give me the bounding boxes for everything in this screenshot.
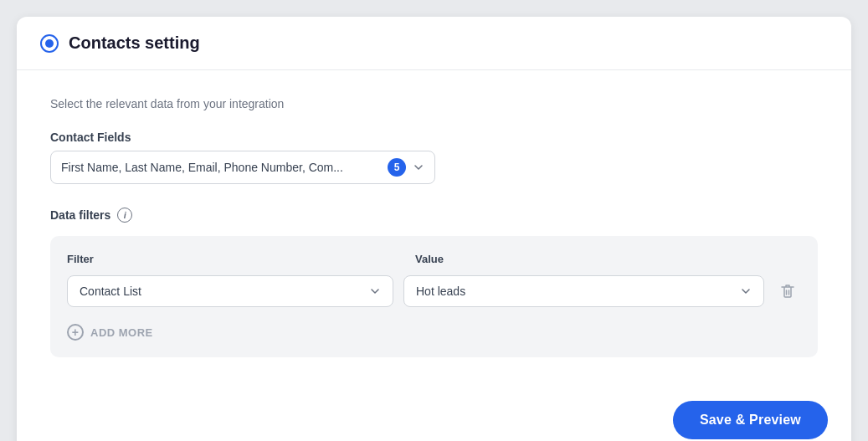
contact-fields-dropdown[interactable]: First Name, Last Name, Email, Phone Numb… (50, 151, 435, 184)
filter-col-header: Filter (67, 253, 402, 265)
section-subtitle: Select the relevant data from your integ… (50, 97, 818, 110)
data-filters-label: Data filters (50, 208, 110, 222)
add-more-circle-icon: + (67, 324, 84, 341)
filter-select-value: Contact List (80, 285, 141, 298)
contact-fields-label: Contact Fields (50, 131, 818, 144)
filters-box: Filter Value Contact List Hot leads (50, 236, 818, 357)
save-preview-button[interactable]: Save & Preview (673, 401, 828, 439)
value-select-value: Hot leads (416, 285, 465, 298)
contact-fields-value: First Name, Last Name, Email, Phone Numb… (61, 161, 388, 174)
filter-chevron-icon (369, 285, 381, 297)
radio-selected-icon[interactable] (40, 34, 59, 53)
add-more-label: ADD MORE (90, 326, 153, 339)
card-body: Select the relevant data from your integ… (17, 70, 851, 384)
filter-dropdown[interactable]: Contact List (67, 275, 393, 307)
filter-row: Contact List Hot leads (67, 275, 801, 307)
contact-fields-badge: 5 (388, 158, 406, 177)
page-title: Contacts setting (69, 33, 200, 53)
contact-fields-chevron-icon (413, 162, 424, 173)
card-footer: Save & Preview (17, 384, 851, 441)
value-col-header: Value (415, 253, 801, 265)
filters-header-row: Filter Value (67, 253, 801, 265)
delete-filter-button[interactable] (774, 278, 801, 305)
card-header: Contacts setting (17, 17, 851, 70)
contact-fields-section: Contact Fields First Name, Last Name, Em… (50, 131, 818, 184)
data-filters-label-row: Data filters i (50, 208, 818, 223)
main-card: Contacts setting Select the relevant dat… (17, 17, 851, 441)
value-dropdown[interactable]: Hot leads (403, 275, 764, 307)
trash-icon (779, 283, 796, 300)
add-more-button[interactable]: + ADD MORE (67, 320, 153, 344)
value-chevron-icon (740, 285, 752, 297)
info-icon[interactable]: i (117, 208, 132, 223)
radio-inner (45, 39, 54, 48)
